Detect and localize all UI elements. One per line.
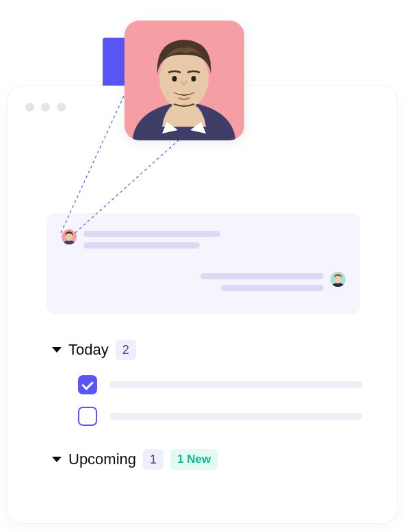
- caret-down-icon: [52, 457, 62, 462]
- svg-point-4: [192, 76, 196, 81]
- checkbox-checked-icon[interactable]: [78, 375, 97, 394]
- svg-point-3: [172, 76, 177, 81]
- task-list-today: [78, 375, 363, 426]
- svg-point-12: [335, 275, 341, 283]
- section-today: Today 2: [52, 340, 363, 426]
- window-dot: [41, 103, 50, 112]
- avatar: [62, 229, 77, 244]
- task-text-placeholder: [109, 413, 363, 420]
- task-row[interactable]: [78, 407, 363, 426]
- chat-preview-card: [47, 213, 361, 314]
- window-dot: [57, 103, 66, 112]
- task-row[interactable]: [78, 375, 363, 394]
- section-header-today[interactable]: Today 2: [52, 340, 363, 360]
- new-badge: 1 New: [170, 449, 218, 470]
- avatar: [330, 272, 345, 287]
- task-text-placeholder: [109, 381, 363, 388]
- count-badge: 2: [116, 340, 136, 360]
- profile-photo-card: [125, 21, 244, 140]
- caret-down-icon: [52, 347, 62, 353]
- section-title: Upcoming: [68, 451, 136, 468]
- window-controls: [25, 103, 66, 112]
- svg-point-9: [66, 233, 73, 241]
- message-text-placeholder: [200, 272, 324, 291]
- window-dot: [25, 103, 34, 112]
- section-header-upcoming[interactable]: Upcoming 1 1 New: [52, 449, 218, 470]
- count-badge: 1: [143, 449, 164, 470]
- section-title: Today: [68, 341, 109, 359]
- checkbox-unchecked-icon[interactable]: [78, 407, 97, 426]
- incoming-message: [62, 229, 220, 249]
- app-window: Today 2 Upcoming 1 1 New: [7, 86, 397, 524]
- message-text-placeholder: [83, 229, 220, 249]
- profile-photo: [125, 21, 244, 140]
- section-upcoming: Upcoming 1 1 New: [52, 449, 218, 470]
- outgoing-message: [200, 272, 345, 291]
